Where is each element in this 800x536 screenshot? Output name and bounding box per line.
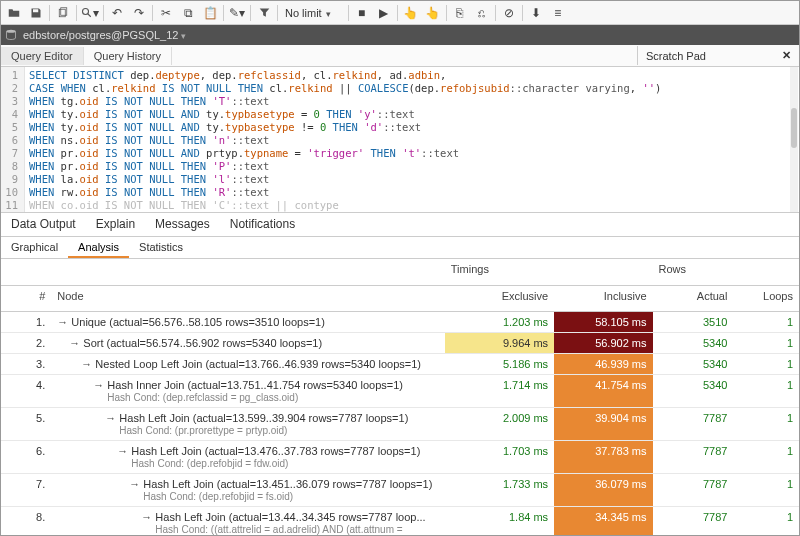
table-row[interactable]: 5.→ Hash Left Join (actual=13.599..39.90… — [1, 407, 799, 440]
sql-editor[interactable]: 1234567891011 SELECT DISTINCT dep.deptyp… — [1, 67, 799, 213]
row-exclusive: 5.186 ms — [445, 353, 554, 374]
row-index: 4. — [1, 374, 51, 407]
tab-data-output[interactable]: Data Output — [1, 213, 86, 236]
row-node: → Hash Left Join (actual=13.599..39.904 … — [51, 407, 445, 440]
row-exclusive: 1.203 ms — [445, 311, 554, 332]
stop-icon[interactable]: ■ — [351, 3, 373, 23]
row-loops: 1 — [733, 311, 799, 332]
row-node: → Hash Left Join (actual=13.44..34.345 r… — [51, 506, 445, 536]
table-row[interactable]: 3.→ Nested Loop Left Join (actual=13.766… — [1, 353, 799, 374]
row-index: 6. — [1, 440, 51, 473]
row-exclusive: 2.009 ms — [445, 407, 554, 440]
table-row[interactable]: 4.→ Hash Inner Join (actual=13.751..41.7… — [1, 374, 799, 407]
tab-messages[interactable]: Messages — [145, 213, 220, 236]
sql-code-area[interactable]: SELECT DISTINCT dep.deptype, dep.refclas… — [25, 67, 799, 212]
row-actual: 7787 — [653, 506, 734, 536]
row-exclusive: 1.733 ms — [445, 473, 554, 506]
row-inclusive: 58.105 ms — [554, 311, 652, 332]
editor-scrollbar[interactable] — [790, 67, 798, 212]
connection-bar: edbstore/postgres@PGSQL_12 — [1, 25, 799, 45]
database-icon — [5, 29, 17, 41]
result-tabs: Data Output Explain Messages Notificatio… — [1, 213, 799, 237]
tab-graphical[interactable]: Graphical — [1, 237, 68, 258]
row-exclusive: 1.714 ms — [445, 374, 554, 407]
row-loops: 1 — [733, 440, 799, 473]
row-inclusive: 34.345 ms — [554, 506, 652, 536]
row-exclusive: 1.703 ms — [445, 440, 554, 473]
cut-icon[interactable]: ✂ — [155, 3, 177, 23]
col-inclusive: Inclusive — [554, 285, 652, 311]
row-loops: 1 — [733, 374, 799, 407]
edit-icon[interactable]: ✎▾ — [226, 3, 248, 23]
limit-select[interactable]: No limit — [280, 5, 346, 21]
undo-icon[interactable]: ↶ — [106, 3, 128, 23]
table-row[interactable]: 6.→ Hash Left Join (actual=13.476..37.78… — [1, 440, 799, 473]
svg-line-3 — [88, 13, 91, 16]
row-actual: 5340 — [653, 353, 734, 374]
download-icon[interactable]: ⬇ — [525, 3, 547, 23]
svg-point-4 — [7, 30, 16, 33]
row-loops: 1 — [733, 353, 799, 374]
tab-analysis[interactable]: Analysis — [68, 237, 129, 258]
row-actual: 3510 — [653, 311, 734, 332]
analysis-table: Timings Rows # Node Exclusive Inclusive … — [1, 259, 799, 536]
search-icon[interactable]: ▾ — [79, 3, 101, 23]
col-exclusive: Exclusive — [445, 285, 554, 311]
col-timings: Timings — [445, 259, 653, 285]
row-actual: 7787 — [653, 440, 734, 473]
main-toolbar: ▾ ↶ ↷ ✂ ⧉ 📋 ✎▾ No limit ■ ▶ 👆 👆 ⎘ ⎌ ⊘ ⬇ … — [1, 1, 799, 25]
connection-string[interactable]: edbstore/postgres@PGSQL_12 — [23, 29, 186, 41]
redo-icon[interactable]: ↷ — [128, 3, 150, 23]
table-row[interactable]: 8.→ Hash Left Join (actual=13.44..34.345… — [1, 506, 799, 536]
paste-icon[interactable]: 📋 — [199, 3, 221, 23]
table-row[interactable]: 7.→ Hash Left Join (actual=13.451..36.07… — [1, 473, 799, 506]
filter-icon[interactable] — [253, 3, 275, 23]
explain-analyze-icon[interactable]: 👆 — [422, 3, 444, 23]
commit-icon[interactable]: ⎘ — [449, 3, 471, 23]
table-row[interactable]: 2.→ Sort (actual=56.574..56.902 rows=534… — [1, 332, 799, 353]
row-index: 3. — [1, 353, 51, 374]
line-gutter: 1234567891011 — [1, 67, 25, 212]
row-node: → Hash Left Join (actual=13.476..37.783 … — [51, 440, 445, 473]
row-actual: 5340 — [653, 332, 734, 353]
col-node: Node — [51, 285, 445, 311]
tab-explain[interactable]: Explain — [86, 213, 145, 236]
row-inclusive: 39.904 ms — [554, 407, 652, 440]
col-rows: Rows — [653, 259, 734, 285]
row-actual: 7787 — [653, 407, 734, 440]
col-loops: Loops — [733, 285, 799, 311]
close-icon[interactable]: ✕ — [782, 49, 791, 62]
tab-query-editor[interactable]: Query Editor — [1, 47, 84, 65]
row-actual: 7787 — [653, 473, 734, 506]
row-loops: 1 — [733, 473, 799, 506]
row-actual: 5340 — [653, 374, 734, 407]
save-icon[interactable] — [25, 3, 47, 23]
rollback-icon[interactable]: ⎌ — [471, 3, 493, 23]
svg-point-2 — [83, 8, 89, 14]
row-index: 2. — [1, 332, 51, 353]
row-inclusive: 46.939 ms — [554, 353, 652, 374]
row-index: 8. — [1, 506, 51, 536]
col-actual: Actual — [653, 285, 734, 311]
tab-notifications[interactable]: Notifications — [220, 213, 305, 236]
row-exclusive: 9.964 ms — [445, 332, 554, 353]
copy-icon[interactable] — [52, 3, 74, 23]
macros-icon[interactable]: ≡ — [547, 3, 569, 23]
cancel-icon[interactable]: ⊘ — [498, 3, 520, 23]
col-index: # — [1, 285, 51, 311]
tab-query-history[interactable]: Query History — [84, 47, 172, 65]
table-row[interactable]: 1.→ Unique (actual=56.576..58.105 rows=3… — [1, 311, 799, 332]
open-file-icon[interactable] — [3, 3, 25, 23]
editor-tab-bar: Query Editor Query History Scratch Pad ✕ — [1, 45, 799, 67]
tab-statistics[interactable]: Statistics — [129, 237, 193, 258]
row-index: 5. — [1, 407, 51, 440]
explain-icon[interactable]: 👆 — [400, 3, 422, 23]
row-node: → Sort (actual=56.574..56.902 rows=5340 … — [51, 332, 445, 353]
row-node: → Hash Left Join (actual=13.451..36.079 … — [51, 473, 445, 506]
explain-subtabs: Graphical Analysis Statistics — [1, 237, 799, 259]
row-inclusive: 37.783 ms — [554, 440, 652, 473]
row-loops: 1 — [733, 407, 799, 440]
execute-icon[interactable]: ▶ — [373, 3, 395, 23]
row-inclusive: 41.754 ms — [554, 374, 652, 407]
copy2-icon[interactable]: ⧉ — [177, 3, 199, 23]
